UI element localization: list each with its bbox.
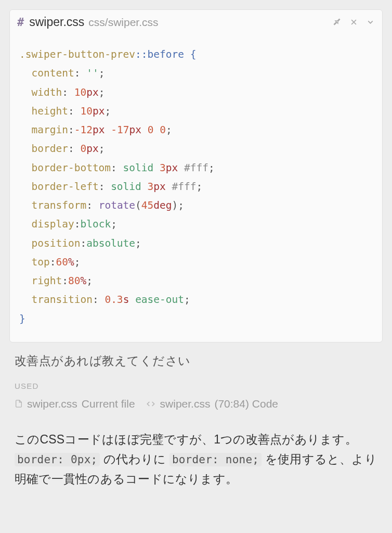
file-title: swiper.css [29, 15, 84, 29]
val-transform-u: deg [153, 199, 172, 211]
val-height-n: 10 [80, 105, 92, 117]
hash-icon: # [17, 16, 24, 29]
response-text-2: の代わりに [100, 452, 169, 466]
prop-border: border [31, 143, 68, 155]
prop-transition: transition [31, 294, 92, 306]
val-bl-solid: solid [111, 181, 141, 193]
val-margin-n1: -12 [74, 124, 93, 136]
used-filename: swiper.css [27, 398, 77, 410]
val-transition-u: s [123, 294, 129, 306]
prop-display: display [31, 218, 74, 230]
file-path: css/swiper.css [88, 16, 158, 29]
val-transform-fn: rotate [99, 199, 135, 211]
val-border-n: 0 [80, 143, 86, 155]
inline-code-2: border: none; [169, 453, 262, 466]
val-bl-u: px [153, 181, 165, 193]
val-transition-n: 0.3 [104, 294, 123, 306]
val-right-n: 80 [68, 275, 80, 287]
brace-close: } [19, 313, 25, 325]
val-margin-n3: 0 [148, 124, 154, 136]
code-block: .swiper-button-prev::before { content: '… [10, 34, 382, 342]
used-items: swiper.css Current file swiper.css (70:8… [15, 398, 377, 410]
prop-top: top [31, 256, 49, 268]
response-text-1: このCSSコードはほぼ完璧ですが、1つの改善点があります。 [15, 433, 357, 446]
val-position: absolute [86, 237, 135, 249]
val-height-u: px [93, 105, 104, 117]
header-actions [333, 18, 375, 27]
val-width-n: 10 [74, 86, 86, 98]
close-icon[interactable] [350, 18, 358, 26]
card-header: # swiper.css css/swiper.css [10, 10, 382, 34]
val-margin-u2: px [129, 124, 141, 136]
val-transition-ease: ease-out [135, 294, 184, 306]
chevron-down-icon[interactable] [366, 18, 375, 27]
val-top-u: % [68, 256, 74, 268]
val-bl-n: 3 [148, 181, 154, 193]
val-content: '' [86, 67, 98, 79]
val-bl-hex: #fff [172, 181, 197, 193]
val-margin-n4: 0 [160, 124, 166, 136]
used-item-code[interactable]: swiper.css (70:84) Code [146, 398, 278, 410]
ai-response: このCSSコードはほぼ完璧ですが、1つの改善点があります。 border: 0p… [9, 415, 383, 494]
used-item-file[interactable]: swiper.css Current file [15, 398, 135, 410]
brace-open: { [190, 48, 197, 60]
used-section: USED swiper.css Current file swiper.css … [9, 374, 383, 415]
code-selector: .swiper-button-prev [19, 48, 135, 60]
used-label: USED [15, 382, 377, 390]
val-bb-solid: solid [123, 162, 154, 174]
val-margin-u1: px [93, 124, 104, 136]
prop-right: right [31, 275, 62, 287]
prop-border-bottom: border-bottom [31, 162, 111, 174]
val-top-n: 60 [56, 256, 68, 268]
val-margin-n2: -17 [111, 124, 129, 136]
used-filename: swiper.css [160, 398, 211, 410]
prop-margin: margin [31, 124, 68, 136]
val-display: block [80, 218, 111, 230]
inline-code-1: border: 0px; [15, 453, 100, 466]
val-bb-hex: #fff [184, 162, 208, 174]
val-bb-u: px [166, 162, 178, 174]
prop-content: content [31, 67, 74, 79]
used-detail: Current file [82, 398, 135, 410]
prop-border-left: border-left [31, 181, 98, 193]
val-width-u: px [86, 86, 98, 98]
user-prompt: 改善点があれば教えてください [9, 351, 383, 374]
pin-icon[interactable] [333, 18, 342, 27]
code-icon [146, 400, 156, 408]
val-bb-n: 3 [160, 162, 166, 174]
val-right-u: % [80, 275, 86, 287]
used-detail: (70:84) Code [214, 398, 278, 410]
code-pseudo: ::before [135, 48, 184, 60]
prop-position: position [31, 237, 80, 249]
file-icon [15, 399, 23, 409]
prop-width: width [31, 86, 62, 98]
val-transform-n: 45 [141, 199, 153, 211]
prop-transform: transform [31, 199, 86, 211]
val-border-u: px [86, 143, 98, 155]
code-card: # swiper.css css/swiper.css .swiper-butt… [9, 9, 383, 342]
prop-height: height [31, 105, 68, 117]
